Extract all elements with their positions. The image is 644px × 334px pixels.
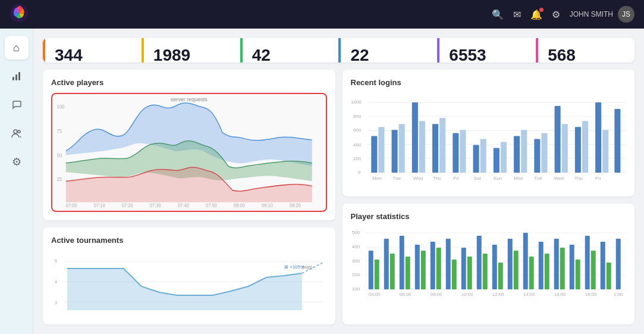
svg-rect-44 xyxy=(439,118,445,173)
svg-rect-85 xyxy=(374,260,379,289)
svg-rect-38 xyxy=(378,127,384,173)
svg-text:200: 200 xyxy=(353,156,362,161)
svg-text:08:10: 08:10 xyxy=(262,203,273,208)
svg-text:Tue: Tue xyxy=(534,176,542,181)
svg-rect-53 xyxy=(534,139,540,172)
svg-text:1:00: 1:00 xyxy=(613,292,623,297)
svg-text:100: 100 xyxy=(351,286,360,292)
bell-icon[interactable]: 🔔 xyxy=(530,9,542,20)
svg-text:18:00: 18:00 xyxy=(585,292,597,297)
sidebar-item-home[interactable]: ⌂ xyxy=(5,36,29,60)
svg-text:07:20: 07:20 xyxy=(122,203,133,208)
settings-icon[interactable]: ⚙ xyxy=(552,9,560,20)
svg-rect-113 xyxy=(590,251,595,289)
stat-comments: 6553 Comments xyxy=(437,38,536,63)
svg-rect-111 xyxy=(575,260,580,289)
player-statistics-chart: 500 400 300 200 100 xyxy=(351,227,627,298)
right-column: Recent logins 1000 800 600 400 200 0 xyxy=(343,70,635,324)
area-chart-svg: 100 75 50 25 07:00 xyxy=(55,96,323,208)
svg-point-5 xyxy=(18,130,20,133)
svg-text:07:30: 07:30 xyxy=(150,203,161,208)
search-icon[interactable]: 🔍 xyxy=(492,9,504,20)
svg-rect-57 xyxy=(574,127,580,173)
svg-rect-88 xyxy=(399,236,404,289)
svg-rect-84 xyxy=(368,251,373,289)
svg-text:07:00: 07:00 xyxy=(66,203,77,208)
svg-rect-55 xyxy=(554,106,560,173)
svg-text:07:10: 07:10 xyxy=(94,203,105,208)
svg-rect-45 xyxy=(453,133,458,173)
svg-text:14:00: 14:00 xyxy=(523,292,535,297)
svg-rect-1 xyxy=(12,77,14,80)
svg-text:(high): (high) xyxy=(302,265,313,270)
active-tournaments-card: Active tournaments 5 4 3 xyxy=(43,227,335,324)
svg-text:600: 600 xyxy=(353,127,362,133)
svg-rect-59 xyxy=(595,102,601,173)
svg-rect-94 xyxy=(445,239,450,289)
player-statistics-title: Player statistics xyxy=(351,212,627,221)
svg-rect-91 xyxy=(420,251,425,289)
svg-rect-61 xyxy=(614,109,620,173)
svg-rect-41 xyxy=(411,102,417,173)
svg-text:50: 50 xyxy=(57,152,62,158)
svg-rect-86 xyxy=(384,239,388,289)
svg-rect-58 xyxy=(582,121,588,173)
stat-online-players: 344 Online players xyxy=(43,38,142,63)
active-players-chart: server requests 100 75 50 25 xyxy=(51,93,327,212)
svg-rect-2 xyxy=(15,74,17,80)
sidebar-item-users[interactable] xyxy=(5,121,29,145)
svg-text:300: 300 xyxy=(351,258,360,264)
svg-text:Mon: Mon xyxy=(514,176,523,181)
app-logo xyxy=(10,4,29,25)
recent-logins-title: Recent logins xyxy=(351,78,627,87)
svg-text:Wed: Wed xyxy=(554,176,563,181)
svg-text:75: 75 xyxy=(57,129,62,134)
svg-text:1000: 1000 xyxy=(351,99,362,105)
player-statistics-card: Player statistics 500 400 300 200 100 xyxy=(343,204,635,324)
main-content: 344 Online players 1989 Hours player 42 … xyxy=(33,29,644,334)
svg-text:Thu: Thu xyxy=(433,176,441,181)
svg-text:200: 200 xyxy=(351,272,360,277)
svg-rect-99 xyxy=(482,254,487,289)
avatar: JS xyxy=(618,6,634,23)
user-profile[interactable]: JOHN SMITH JS xyxy=(570,6,634,23)
svg-text:400: 400 xyxy=(353,142,362,148)
top-navigation: 🔍 ✉ 🔔 ⚙ JOHN SMITH JS xyxy=(0,0,644,29)
svg-rect-107 xyxy=(544,254,549,289)
svg-rect-104 xyxy=(523,233,527,289)
sidebar-item-settings[interactable]: ⚙ xyxy=(5,150,29,174)
stat-number-comments: 6553 xyxy=(449,46,526,63)
svg-rect-89 xyxy=(405,257,410,289)
sidebar-item-chat[interactable] xyxy=(5,93,29,117)
sidebar-item-chart[interactable] xyxy=(5,64,29,88)
svg-rect-43 xyxy=(432,124,438,173)
content-grid: Active players server requests 100 75 50… xyxy=(43,70,634,324)
svg-rect-92 xyxy=(430,242,435,289)
svg-rect-46 xyxy=(460,130,466,173)
svg-rect-39 xyxy=(391,130,397,173)
mail-icon[interactable]: ✉ xyxy=(513,9,521,20)
recent-logins-chart: 1000 800 600 400 200 0 xyxy=(351,93,627,188)
svg-text:Mon: Mon xyxy=(372,176,382,181)
left-column: Active players server requests 100 75 50… xyxy=(43,70,335,324)
active-players-title: Active players xyxy=(51,78,327,87)
svg-rect-98 xyxy=(476,236,481,289)
svg-rect-101 xyxy=(498,263,502,289)
svg-text:Fri: Fri xyxy=(595,176,601,181)
stats-row: 344 Online players 1989 Hours player 42 … xyxy=(43,38,634,63)
stat-fails: 22 Lifetime fails xyxy=(338,38,437,63)
svg-rect-54 xyxy=(541,133,547,173)
svg-rect-110 xyxy=(569,245,574,289)
svg-rect-50 xyxy=(500,142,506,173)
svg-rect-90 xyxy=(414,245,419,289)
svg-rect-109 xyxy=(560,248,564,289)
svg-rect-48 xyxy=(480,139,486,172)
svg-text:0: 0 xyxy=(358,170,361,175)
svg-rect-114 xyxy=(600,242,605,289)
svg-text:800: 800 xyxy=(353,114,362,119)
svg-text:Thu: Thu xyxy=(574,176,582,181)
svg-rect-103 xyxy=(513,251,518,289)
svg-rect-96 xyxy=(461,248,466,289)
logins-chart-svg: 1000 800 600 400 200 0 xyxy=(351,93,627,188)
svg-text:Tue: Tue xyxy=(392,176,401,181)
